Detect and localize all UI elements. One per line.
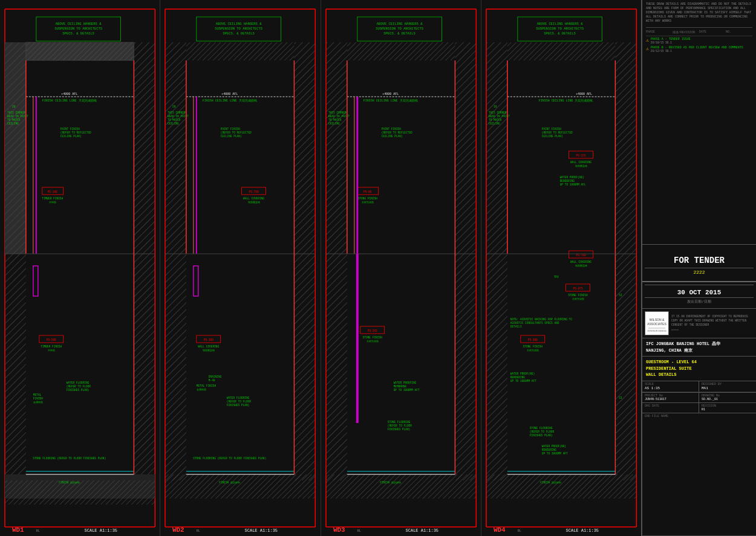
svg-text:STONE FINISH: STONE FINISH [362,336,382,339]
svg-text:DRAINING: DRAINING [209,375,222,378]
svg-rect-212 [486,254,507,480]
svg-text:WALL COVERING: WALL COVERING [198,345,220,348]
svg-text:(REFER TO FLOOR: (REFER TO FLOOR [67,385,91,388]
panel-wd4: ABOVE CEILING HANGERS & SUSPENSION TO AR… [481,0,641,536]
svg-text:FINISH: FINISH [33,397,43,400]
svg-text:SUSPENSION TO ARCHITECTS: SUSPENSION TO ARCHITECTS [376,27,424,31]
svg-text:TPU: TPU [553,276,558,279]
svg-text:PS-875: PS-875 [573,287,582,290]
svg-text:FINISHES PLAN): FINISHES PLAN) [530,434,553,437]
panels-container: ABOVE CEILING HANGERS & SUSPENSION TO AR… [0,0,641,536]
main-canvas: ABOVE CEILING HANGERS & SUSPENSION TO AR… [0,0,756,536]
svg-text:FINISH 面层材料: FINISH 面层材料 [220,481,241,484]
sheet-cell: DESIGNED BY MA1 [699,381,756,392]
svg-text:THIS CORNER: THIS CORNER [168,111,186,114]
svg-text:FINISH 面层材料: FINISH 面层材料 [380,481,401,484]
svg-text:RL: RL [357,529,360,532]
svg-rect-179 [615,42,636,254]
svg-rect-147 [455,254,476,480]
svg-text:WALL COVERING: WALL COVERING [570,161,591,164]
svg-text:墙面覆盖物: 墙面覆盖物 [202,349,215,352]
company-info: IT IS AN INFRINGEMENT OF COPYRIGHT TO RE… [671,315,754,332]
svg-text:PS-500: PS-500 [47,338,56,341]
svg-text:19: 19 [494,105,497,108]
svg-text:ASSOCIATES: ASSOCIATES [647,322,666,326]
company-logo: WILSON & ASSOCIATES INTERIOR DESIGN [645,311,669,335]
svg-text:墙面覆盖物: 墙面覆盖物 [247,201,260,204]
svg-text:STONE FINISH: STONE FINISH [568,294,588,297]
svg-rect-71 [186,42,294,60]
svg-text:RENDERING: RENDERING [510,376,525,379]
svg-text:(REFER TO REFLECTED: (REFER TO REFLECTED [60,131,91,134]
svg-rect-126 [455,42,476,254]
drawing-suite: PRESIDENTIAL SUITE [646,366,752,372]
svg-text:PAINT FINISH: PAINT FINISH [541,128,561,131]
svg-rect-213 [615,254,636,480]
svg-text:SI: SI [619,396,622,399]
svg-text:METAL FINISH: METAL FINISH [197,384,217,387]
svg-text:FINISH CEILING LINE 天花完成面线: FINISH CEILING LINE 天花完成面线 [42,98,97,102]
svg-rect-92 [295,254,316,480]
svg-text:WALL COVERING: WALL COVERING [243,197,264,200]
svg-text:INTERIOR DESIGN: INTERIOR DESIGN [647,330,666,332]
svg-text:UP TO 1000MM AFT: UP TO 1000MM AFT [393,389,419,392]
project-info: IFC JONGBAK BANJING HOTEL 晶华 NANJING, CH… [642,338,756,357]
drawing-type: WALL DETAILS [646,372,752,378]
svg-text:RENDERING: RENDERING [559,179,574,182]
svg-text:ABOVE CEILING HANGERS &: ABOVE CEILING HANGERS & [376,22,422,26]
svg-text:SCALE A1:1:35: SCALE A1:1:35 [405,528,438,533]
svg-text:20: 20 [12,105,16,108]
svg-rect-91 [165,254,186,480]
svg-text:MEMBRANE: MEMBRANE [393,385,406,388]
svg-text:UP TO 1000MM AFT: UP TO 1000MM AFT [541,452,567,455]
svg-rect-35 [5,254,26,480]
svg-rect-15 [26,42,134,60]
svg-text:石材完成面: 石材完成面 [361,201,373,204]
svg-text:THIS CORNER: THIS CORNER [7,111,25,114]
svg-text:PAINT FINISH: PAINT FINISH [221,128,241,131]
svg-rect-68 [165,42,186,254]
for-tender-label: FOR TENDER [645,250,754,268]
svg-text:SUSPENSION TO ARCHITECTS: SUSPENSION TO ARCHITECTS [215,27,263,31]
project-no: JUN4N-51301T [645,398,696,401]
svg-text:(REFER TO FLOOR: (REFER TO FLOOR [387,424,412,427]
svg-text:CEILING PLAN): CEILING PLAN) [60,135,82,138]
svg-text:STONE FINISH: STONE FINISH [523,345,543,348]
svg-text:PAINT FINISH: PAINT FINISH [60,128,80,131]
date-chinese: 发出日期/日期 [645,298,754,306]
svg-rect-105 [165,474,315,499]
drawing-no: SO.NO._01 [702,398,754,401]
panel-wd1-svg: ABOVE CEILING HANGERS & SUSPENSION TO AR… [0,0,160,536]
svg-text:BEAD IN PAINT: BEAD IN PAINT [328,115,349,118]
svg-text:RL: RL [518,529,521,532]
svg-text:TIMBER FINISH: TIMBER FINISH [41,345,62,348]
svg-text:TO MATCH: TO MATCH [328,118,341,121]
svg-text:(REFER TO REFLECTED: (REFER TO REFLECTED [221,131,252,134]
svg-text:STONE FLOORING (REFER TO FLOOR: STONE FLOORING (REFER TO FLOOR FINISHES … [193,457,266,460]
scale-value: AS 1:35 [645,386,696,390]
svg-text:(REFER TO REFLECTED: (REFER TO REFLECTED [381,131,412,134]
svg-text:TIMBER FINISH: TIMBER FINISH [42,197,63,200]
panel-wd1: ABOVE CEILING HANGERS & SUSPENSION TO AR… [0,0,160,536]
svg-text:PS-88: PS-88 [363,190,372,193]
svg-text:PS-300: PS-300 [204,338,213,341]
svg-text:WILSON &: WILSON & [650,318,665,321]
end-file-name-label: END FILE NAME [645,415,754,418]
svg-text:WATER FLOORING: WATER FLOORING [67,381,90,384]
svg-text:WATER PROOF(NG): WATER PROOF(NG) [541,445,565,448]
sheet-value: MA1 [702,386,754,390]
drawing-area: ABOVE CEILING HANGERS & SUSPENSION TO AR… [0,0,641,536]
svg-text:THIS CORNER: THIS CORNER [489,111,507,114]
svg-text:TO MATCH: TO MATCH [168,118,181,121]
panel-wd3: ABOVE CEILING HANGERS & SUSPENSION TO AR… [321,0,481,536]
svg-text:+4000 AFL: +4000 AFL [382,92,399,95]
drg-date-label: DRG DATE [645,404,696,408]
svg-text:木饰面: 木饰面 [48,349,55,352]
svg-text:CEILING: CEILING [328,122,339,125]
svg-rect-159 [325,474,475,499]
svg-text:BEAD IN PAINT: BEAD IN PAINT [489,115,510,118]
general-notes-text: THESE DRAW DETAILS ARE DIAGRAMMATIC AND … [646,2,752,24]
svg-text:WALL COVERING: WALL COVERING [570,260,591,263]
svg-text:RL: RL [36,529,40,532]
svg-text:RENDERING: RENDERING [541,448,556,451]
